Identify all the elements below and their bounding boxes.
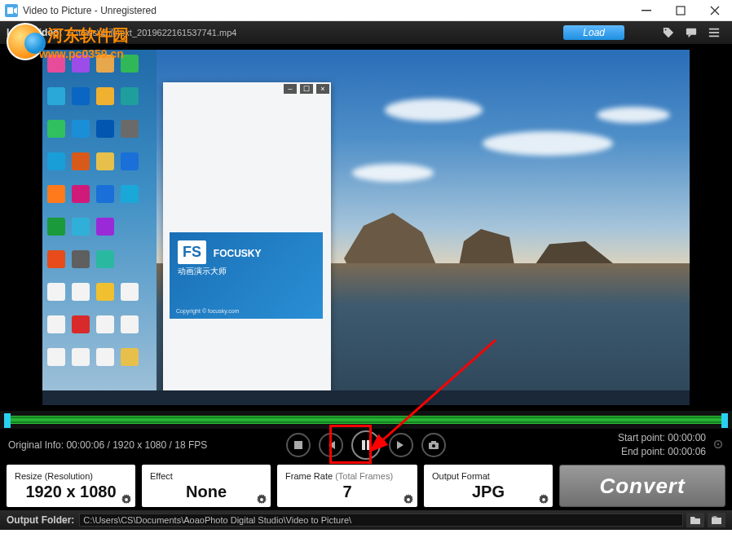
trim-points: Start point: 00:00:00 End point: 00:00:0… [618, 431, 706, 459]
window-title: Video to Picture - Unregistered [23, 5, 629, 16]
timeline-end-handle[interactable] [721, 413, 728, 428]
svg-rect-6 [709, 29, 719, 30]
video-path: E:\tools\桌面\ext_2019622161537741.mp4 [67, 27, 563, 39]
output-folder-row: Output Folder: C:\Users\CS\Documents\Aoa… [0, 510, 732, 530]
svg-point-4 [664, 29, 666, 30]
svg-point-21 [542, 498, 545, 501]
original-info: Original Info: 00:00:06 / 1920 x 1080 / … [8, 439, 207, 451]
framerate-value: 7 [285, 483, 409, 501]
resize-card[interactable]: Resize (Resolution) 1920 x 1080 [7, 465, 135, 507]
svg-rect-3 [677, 7, 685, 15]
titlebar: Video to Picture - Unregistered [0, 0, 732, 21]
timeline[interactable] [0, 411, 732, 429]
popup-close-icon: × [316, 84, 329, 94]
svg-rect-5 [686, 29, 696, 35]
top-toolbar: Load Video: E:\tools\桌面\ext_201962216153… [0, 21, 732, 44]
timeline-start-handle[interactable] [4, 413, 11, 428]
load-video-label: Load Video: [7, 27, 62, 38]
framerate-title: Frame Rate (Total Frames) [285, 471, 409, 481]
resize-title: Resize (Resolution) [15, 471, 127, 481]
output-folder-label: Output Folder: [7, 514, 74, 526]
browse-folder-button[interactable] [686, 513, 704, 527]
gear-icon [403, 494, 414, 505]
timeline-track[interactable] [5, 416, 727, 424]
svg-rect-12 [367, 440, 370, 450]
svg-rect-1 [7, 7, 13, 14]
splash-logo: FS [178, 240, 206, 264]
gear-icon [538, 494, 549, 505]
stop-button[interactable] [286, 433, 311, 457]
effect-card[interactable]: Effect None [142, 465, 271, 507]
list-icon[interactable] [703, 24, 725, 41]
format-value: JPG [432, 483, 545, 501]
app-icon [5, 4, 18, 17]
format-card[interactable]: Output Format JPG [424, 465, 553, 507]
svg-rect-11 [362, 440, 365, 450]
popup-max-icon: ☐ [300, 84, 313, 94]
format-title: Output Format [432, 471, 545, 481]
settings-gear-icon[interactable] [712, 439, 724, 452]
svg-point-20 [407, 498, 410, 501]
framerate-card[interactable]: Frame Rate (Total Frames) 7 [277, 465, 417, 507]
playback-controls: Original Info: 00:00:06 / 1920 x 1080 / … [0, 429, 732, 461]
next-frame-button[interactable] [389, 433, 413, 457]
pause-button[interactable] [351, 430, 381, 460]
svg-rect-7 [709, 32, 719, 33]
svg-point-15 [432, 444, 435, 448]
video-preview-area: – ☐ × FS FOCUSKY 动画演示大师 Copyright © focu… [0, 44, 732, 411]
svg-point-17 [717, 443, 720, 445]
tag-icon[interactable] [657, 24, 680, 41]
resize-value: 1920 x 1080 [15, 483, 127, 501]
snapshot-button[interactable] [421, 433, 446, 457]
load-button[interactable]: Load [563, 25, 624, 40]
splash-sub: 动画演示大师 [178, 266, 315, 277]
svg-rect-2 [642, 10, 651, 11]
gear-icon [121, 494, 132, 505]
open-folder-button[interactable] [708, 513, 725, 527]
maximize-button[interactable] [664, 0, 698, 21]
prev-frame-button[interactable] [319, 433, 343, 457]
gear-icon [256, 494, 267, 505]
svg-point-19 [260, 498, 263, 501]
effect-title: Effect [150, 471, 262, 481]
minimize-button[interactable] [629, 0, 664, 21]
video-taskbar [42, 390, 690, 405]
effect-value: None [150, 483, 262, 501]
comment-icon[interactable] [680, 24, 703, 41]
svg-rect-14 [431, 441, 436, 443]
close-button[interactable] [698, 0, 732, 21]
options-row: Resize (Resolution) 1920 x 1080 Effect N… [0, 461, 732, 510]
output-folder-path[interactable]: C:\Users\CS\Documents\AoaoPhoto Digital … [79, 514, 683, 527]
convert-button[interactable]: Convert [559, 465, 725, 507]
svg-point-18 [125, 498, 128, 501]
svg-rect-10 [294, 441, 302, 449]
popup-min-icon: – [284, 84, 297, 94]
splash-name: FOCUSKY [214, 248, 262, 259]
svg-rect-8 [709, 36, 719, 37]
inner-popup-window: – ☐ × FS FOCUSKY 动画演示大师 Copyright © focu… [163, 82, 331, 392]
video-frame: – ☐ × FS FOCUSKY 动画演示大师 Copyright © focu… [42, 50, 690, 405]
